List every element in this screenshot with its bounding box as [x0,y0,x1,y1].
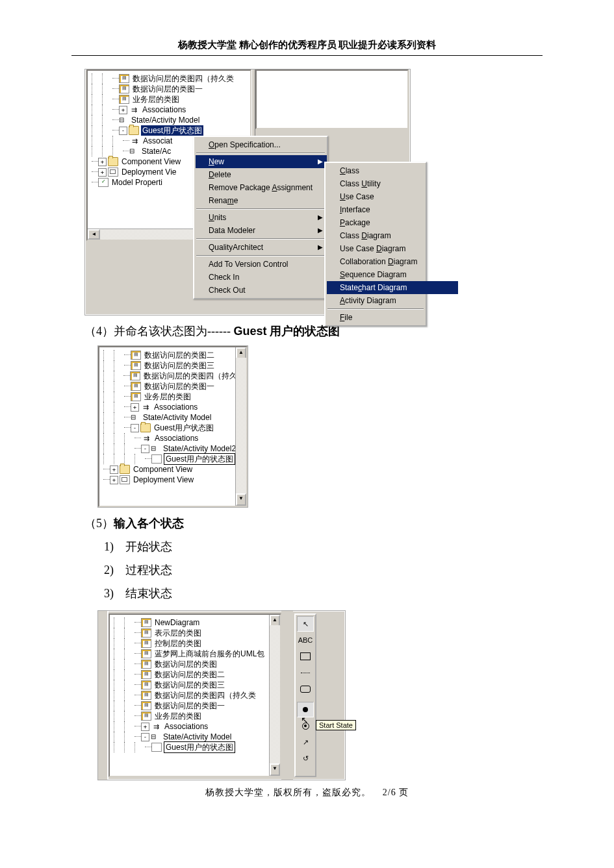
menu-item[interactable]: Data Modeler▶ [196,224,327,237]
menu-item[interactable]: Delete [196,168,327,181]
expander[interactable]: + [110,476,118,484]
tree-label: 业务层的类图 [153,711,203,721]
tree-node[interactable]: ▤数据访问层的类图一 [103,381,246,391]
menu-item[interactable]: Use Case [327,190,458,203]
tree-node[interactable]: Guest用户的状态图 [114,742,280,752]
scroll-down-button[interactable]: ▼ [236,493,246,506]
state-list: 1) 开始状态2) 过程状态3) 结束状态 [104,539,614,601]
tree-node[interactable]: ▤数据访问层的类图四（持久类 [103,371,246,381]
expander[interactable]: + [110,465,118,474]
tree-node[interactable]: +Deployment View [103,475,246,485]
tree-node[interactable]: ▤数据访问层的类图四（持久类 [114,690,280,701]
tree-node[interactable]: ▤表示层的类图 [114,628,280,638]
tree-node[interactable]: ▤数据访问层的类图一 [92,84,250,94]
tree-node[interactable]: ▤蓝梦网上商城前台服务的UML包 [114,649,280,659]
scroll-down-button[interactable]: ▼ [270,763,280,776]
vscrollbar[interactable]: ▲ ▼ [235,347,246,506]
menu-item[interactable]: Use Case Diagram [327,242,458,255]
tree-node[interactable]: +Component View [103,464,246,475]
menu-item[interactable]: Activity Diagram [327,294,458,307]
menu-item[interactable]: Check Out [196,284,327,297]
expander[interactable]: + [98,168,107,177]
expander[interactable]: - [119,127,127,135]
tree-node[interactable]: ⊟State/Activity Model [103,412,246,423]
fd-icon [129,126,139,135]
menu-item[interactable]: Units▶ [196,211,327,224]
tree-node[interactable]: ⊟State/Activity Model [92,115,250,125]
submenu-new[interactable]: ClassClass UtilityUse CaseInterfacePacka… [324,162,427,327]
tool-transition[interactable]: ↗ [297,734,314,750]
fd-icon [140,423,151,432]
expander[interactable]: + [141,723,149,731]
context-menu[interactable]: Open Specification...New▶DeleteRemove Pa… [193,136,328,299]
tree-node[interactable]: ⇉Associations [103,433,246,443]
scroll-track[interactable] [236,358,246,495]
sa-icon: ⊟ [151,445,160,453]
tree-node[interactable]: +⇉Associations [114,721,280,732]
menu-item[interactable]: Open Specification... [196,138,327,151]
menu-item[interactable]: Collaboration Diagram [327,255,458,268]
tree-node[interactable]: ▤NewDiagram [114,617,280,628]
menu-item[interactable]: Sequence Diagram [327,268,458,281]
tree-node[interactable]: +⇉Associations [92,105,250,115]
menu-item[interactable]: New▶ [196,155,327,168]
tool-state[interactable] [297,681,314,697]
tree-label: 数据访问层的类图二 [153,669,226,680]
expander[interactable]: - [141,445,149,453]
menu-item[interactable]: Check In [196,271,327,284]
menu-item[interactable]: Remove Package Assignment [196,181,327,194]
tool-pointer[interactable]: ↖ [297,616,314,632]
menu-item[interactable]: Rename [196,194,327,207]
scroll-left-button[interactable]: ◄ [88,229,100,240]
menu-item[interactable]: Statechart Diagram [327,281,458,294]
sa-icon: ⊟ [151,733,160,741]
tool-self-transition[interactable]: ↺ [297,750,314,766]
tool-text[interactable]: ABC [297,632,314,648]
menu-item[interactable]: QualityArchitect▶ [196,241,327,254]
tree-node[interactable]: ▤数据访问层的类图 [114,659,280,669]
tree-node[interactable]: +⇉Associations [103,402,246,412]
menu-item[interactable]: Package [327,216,458,229]
menu-item[interactable]: Class Diagram [327,229,458,242]
menu-item[interactable]: Interface [327,203,458,216]
expander[interactable]: + [119,106,127,114]
tree-node[interactable]: ▤业务层的类图 [92,94,250,105]
vscrollbar[interactable]: ▲ ▼ [269,615,280,776]
tree-view-3[interactable]: ▤NewDiagram▤表示层的类图▤控制层的类图▤蓝梦网上商城前台服务的UML… [110,615,280,755]
tool-note[interactable] [297,649,314,664]
tree-node[interactable]: -⊟State/Activity Model2 [103,443,246,454]
expander[interactable]: + [131,403,139,412]
submenu-arrow-icon: ▶ [318,227,323,234]
tree-node[interactable]: ▤数据访问层的类图二 [103,350,246,360]
menu-separator [196,238,325,240]
expander[interactable]: + [98,158,107,166]
pg-icon: ▤ [131,361,141,370]
as-icon: ⇉ [129,106,139,114]
tree-node[interactable]: ▤数据访问层的类图四（持久类 [92,73,250,84]
pg-icon: ▤ [130,371,140,380]
menu-item[interactable]: Class [327,164,458,177]
expander[interactable]: - [131,424,139,432]
footer-copyright: 杨教授大学堂，版权所有，盗版必究。 [205,787,371,797]
expander[interactable]: - [141,733,149,741]
tree-node[interactable]: ▤控制层的类图 [114,638,280,649]
tree-node[interactable]: ▤数据访问层的类图三 [114,680,280,690]
tree-node[interactable]: ▤数据访问层的类图一 [114,701,280,711]
tree-node[interactable]: ▤数据访问层的类图三 [103,360,246,371]
toolbox[interactable]: ↖ ABC ↗ ↺ [294,614,316,777]
tree-node[interactable]: -Guest用户状态图 [103,423,246,433]
tree-node[interactable]: Guest用户的状态图 [103,454,246,464]
tree-view-2[interactable]: ▤数据访问层的类图二▤数据访问层的类图三▤数据访问层的类图四（持久类▤数据访问层… [99,347,246,488]
menu-separator [196,208,325,210]
tool-anchor[interactable] [297,665,314,680]
scroll-track[interactable] [270,625,280,765]
tree-node[interactable]: -⊟State/Activity Model [114,732,280,742]
tree-node[interactable]: -Guest用户状态图 [92,125,250,136]
tree-node[interactable]: ▤数据访问层的类图二 [114,669,280,680]
tree-label: Associations [163,721,209,732]
tree-node[interactable]: ▤业务层的类图 [114,711,280,721]
menu-item[interactable]: Class Utility [327,177,458,190]
menu-item[interactable]: File [327,311,458,324]
menu-item[interactable]: Add To Version Control [196,258,327,271]
tree-node[interactable]: ▤业务层的类图 [103,391,246,402]
